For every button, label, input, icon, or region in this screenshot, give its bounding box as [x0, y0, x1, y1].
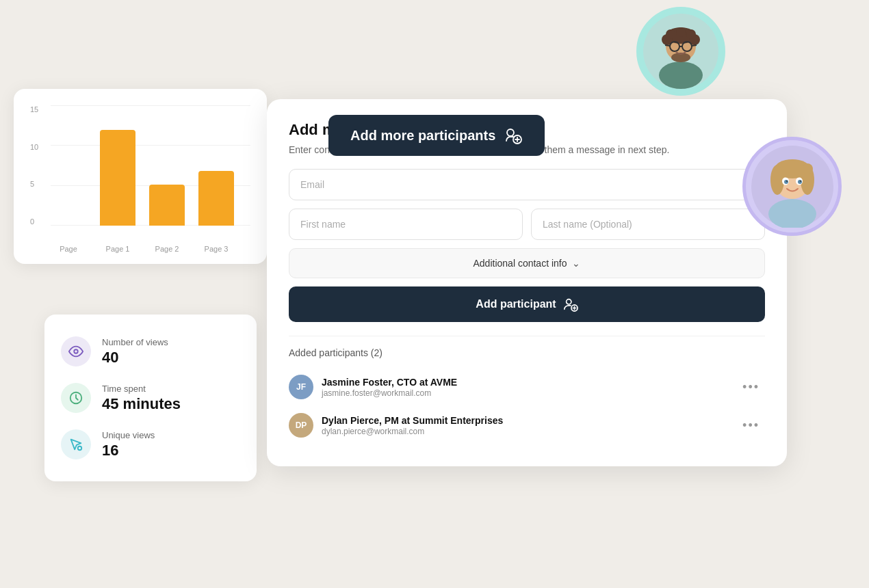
svg-point-30 — [784, 180, 788, 184]
x-label-page1: Page 1 — [100, 245, 135, 253]
bar-page1 — [100, 130, 135, 226]
participant-email-jf: jasmine.foster@workmail.com — [322, 388, 729, 398]
add-button-label: Add more participants — [350, 128, 495, 144]
add-button-container: Add more participants — [328, 115, 545, 156]
stat-text-views: Number of views 40 — [102, 337, 168, 366]
y-label-10: 10 — [30, 143, 38, 151]
x-label-page3: Page 3 — [198, 245, 234, 253]
time-label: Time spent — [102, 384, 181, 394]
x-label-page: Page — [51, 245, 86, 253]
unique-value: 16 — [102, 442, 155, 459]
stat-text-unique: Unique views 16 — [102, 430, 155, 459]
stat-text-time: Time spent 45 minutes — [102, 384, 181, 413]
unique-label: Unique views — [102, 430, 155, 440]
bar-group-page3 — [198, 171, 234, 226]
stat-item-views: Number of views 40 — [61, 328, 240, 375]
participant-menu-dp[interactable]: ••• — [737, 416, 765, 436]
scene: 15 10 5 0 — [0, 0, 869, 588]
additional-info-label: Additional contact info — [474, 258, 567, 269]
svg-point-31 — [798, 180, 802, 184]
y-label-0: 0 — [30, 217, 38, 226]
grid-line — [51, 105, 250, 106]
chart-card: 15 10 5 0 — [14, 89, 267, 264]
participants-header: Added participants (2) — [289, 347, 765, 358]
last-name-input[interactable] — [531, 209, 765, 240]
participant-menu-jf[interactable]: ••• — [737, 377, 765, 397]
unique-icon-container — [61, 429, 91, 459]
chevron-down-icon: ⌄ — [572, 258, 580, 269]
svg-point-5 — [566, 299, 571, 304]
chart-bars — [51, 130, 250, 242]
name-group — [289, 209, 765, 240]
add-participant-button[interactable]: Add participant — [289, 286, 765, 322]
time-icon-container — [61, 383, 91, 413]
stats-card: Number of views 40 Time spent 45 minutes — [44, 315, 257, 481]
bar-group-page2 — [149, 185, 185, 226]
female-avatar-svg — [751, 146, 833, 228]
svg-line-21 — [692, 45, 697, 46]
svg-point-32 — [786, 181, 788, 182]
y-label-15: 15 — [30, 105, 38, 113]
first-name-input[interactable] — [289, 209, 523, 240]
svg-point-15 — [676, 27, 686, 37]
participant-info-dp: Dylan Pierce, PM at Summit Enterprises d… — [322, 415, 729, 436]
add-person-icon — [563, 297, 578, 312]
add-participant-label: Add participant — [476, 298, 556, 310]
y-label-5: 5 — [30, 180, 38, 188]
svg-line-20 — [665, 45, 670, 46]
chart-y-labels: 15 10 5 0 — [30, 105, 38, 226]
participant-name-jf: Jasmine Foster, CTO at AVME — [322, 377, 729, 388]
views-value: 40 — [102, 349, 168, 366]
participant-item-jf: JF Jasmine Foster, CTO at AVME jasmine.f… — [289, 368, 765, 406]
chart-area: 15 10 5 0 — [30, 105, 250, 242]
svg-point-13 — [666, 29, 675, 39]
male-avatar-svg — [643, 14, 718, 89]
clock-icon — [68, 390, 83, 405]
participant-info-jf: Jasmine Foster, CTO at AVME jasmine.fost… — [322, 377, 729, 398]
chart-x-axis: Page Page 1 Page 2 Page 3 — [30, 245, 250, 253]
bar-page2 — [149, 185, 185, 226]
participant-name-dp: Dylan Pierce, PM at Summit Enterprises — [322, 415, 729, 426]
svg-point-26 — [770, 165, 784, 195]
avatar-dp: DP — [289, 413, 313, 438]
eye-icon — [68, 344, 83, 359]
avatar-female-photo — [742, 137, 842, 236]
bar-page3 — [198, 171, 234, 226]
additional-contact-info-button[interactable]: Additional contact info ⌄ — [289, 248, 765, 278]
views-icon-container — [61, 336, 91, 366]
svg-point-33 — [800, 181, 801, 182]
views-label: Number of views — [102, 337, 168, 347]
time-value: 45 minutes — [102, 395, 181, 413]
x-label-page2: Page 2 — [149, 245, 185, 253]
svg-point-23 — [768, 199, 816, 228]
svg-point-14 — [686, 29, 696, 39]
svg-point-8 — [659, 62, 703, 89]
participant-email-dp: dylan.pierce@workmail.com — [322, 427, 729, 436]
stat-item-unique: Unique views 16 — [61, 421, 240, 468]
svg-point-0 — [74, 349, 78, 353]
bar-group-page1 — [100, 130, 135, 226]
add-more-participants-button[interactable]: Add more participants — [328, 115, 545, 156]
svg-point-3 — [507, 129, 514, 136]
participant-item-dp: DP Dylan Pierce, PM at Summit Enterprise… — [289, 406, 765, 444]
cursor-icon — [68, 437, 83, 452]
svg-point-2 — [78, 446, 82, 451]
email-group — [289, 169, 765, 200]
email-input[interactable] — [289, 169, 765, 200]
add-participants-icon — [504, 126, 523, 145]
stat-item-time: Time spent 45 minutes — [61, 375, 240, 421]
participants-section: Added participants (2) JF Jasmine Foster… — [289, 336, 765, 444]
avatar-jf: JF — [289, 375, 313, 399]
svg-point-34 — [802, 163, 813, 174]
avatar-male-photo — [636, 7, 725, 96]
